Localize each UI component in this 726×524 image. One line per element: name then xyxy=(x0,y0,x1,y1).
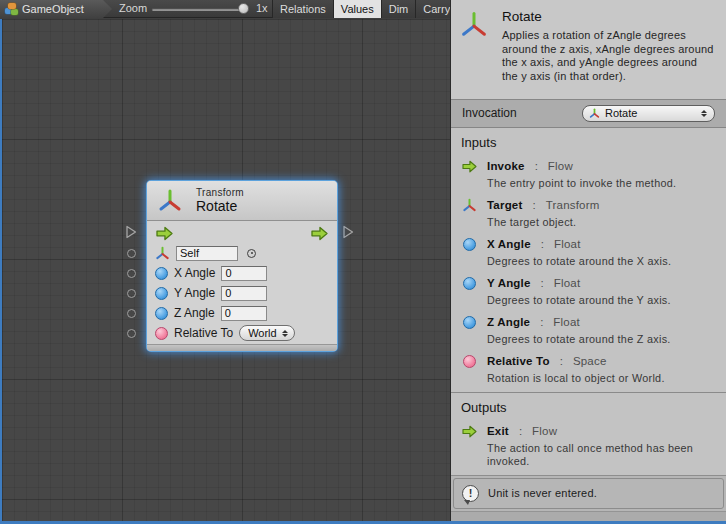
flow-arrow-icon xyxy=(461,425,478,438)
z-angle-label: Z Angle xyxy=(174,306,215,320)
transform-axes-icon xyxy=(157,188,183,214)
target-row: Self xyxy=(147,243,337,263)
flow-arrow-icon xyxy=(461,160,478,173)
input-entry-x-angle: X Angle : Float Degrees to rotate around… xyxy=(451,232,726,271)
relative-to-row: Relative To World xyxy=(147,323,337,343)
float-port-icon xyxy=(461,277,478,290)
relations-button[interactable]: Relations xyxy=(272,0,333,18)
external-zangle-port[interactable] xyxy=(127,309,136,318)
node-header[interactable]: Transform Rotate xyxy=(147,181,337,221)
invocation-value: Rotate xyxy=(605,107,696,119)
exit-flow-icon[interactable] xyxy=(310,226,329,241)
transform-axes-icon xyxy=(461,198,478,213)
flow-port-triangle-icon xyxy=(125,225,137,239)
y-angle-field[interactable]: 0 xyxy=(221,286,267,301)
invocation-label: Invocation xyxy=(462,106,517,120)
space-port-icon[interactable] xyxy=(155,327,168,340)
warning-strip: ! Unit is never entered. xyxy=(451,475,726,511)
dropdown-stepper-icon xyxy=(282,330,288,337)
warning-box: ! Unit is never entered. xyxy=(453,478,724,509)
float-port-icon[interactable] xyxy=(155,307,168,320)
transform-axes-icon xyxy=(589,108,600,119)
graph-canvas[interactable]: Transform Rotate xyxy=(0,19,450,521)
inputs-title: Inputs xyxy=(451,135,726,150)
output-entry-exit: Exit : Flow The action to call once meth… xyxy=(451,419,726,471)
warning-text: Unit is never entered. xyxy=(488,487,597,499)
external-flow-output-port[interactable] xyxy=(342,225,354,243)
space-port-icon xyxy=(461,355,478,368)
gameobject-icon xyxy=(5,3,18,16)
zoom-value: 1x xyxy=(256,2,268,14)
panel-title: Rotate xyxy=(502,9,714,24)
external-target-port[interactable] xyxy=(127,249,136,258)
panel-description: Applies a rotation of zAngle degrees aro… xyxy=(502,29,714,83)
y-angle-label: Y Angle xyxy=(174,286,215,300)
y-angle-row: Y Angle 0 xyxy=(147,283,337,303)
invocation-row: Invocation Rotate xyxy=(451,100,726,128)
float-port-icon xyxy=(461,238,478,251)
external-xangle-port[interactable] xyxy=(127,269,136,278)
flow-ports-row xyxy=(147,224,337,243)
relative-to-dropdown[interactable]: World xyxy=(239,325,295,341)
x-angle-field[interactable]: 0 xyxy=(221,266,267,281)
relative-to-value: World xyxy=(248,327,277,339)
dropdown-stepper-icon xyxy=(701,110,707,117)
node-title: Rotate xyxy=(196,198,244,214)
float-port-icon[interactable] xyxy=(155,287,168,300)
breadcrumb-gameobject[interactable]: GameObject xyxy=(0,0,112,18)
outputs-section: Outputs Exit : Flow The action to call o… xyxy=(451,393,726,475)
outputs-title: Outputs xyxy=(451,400,726,415)
input-entry-z-angle: Z Angle : Float Degrees to rotate around… xyxy=(451,310,726,349)
transform-axes-icon xyxy=(155,246,170,261)
x-angle-row: X Angle 0 xyxy=(147,263,337,283)
rotate-unit-node[interactable]: Transform Rotate xyxy=(147,181,337,351)
input-entry-y-angle: Y Angle : Float Degrees to rotate around… xyxy=(451,271,726,310)
object-picker-icon[interactable] xyxy=(247,249,256,258)
toolbar-buttons: Relations Values Dim Carry xyxy=(272,0,450,18)
zoom-slider-thumb[interactable] xyxy=(238,3,249,14)
breadcrumb-label: GameObject xyxy=(22,3,84,15)
relative-to-label: Relative To xyxy=(174,326,233,340)
target-self-field[interactable]: Self xyxy=(176,246,238,261)
inputs-section: Inputs Invoke : Flow The entry point to … xyxy=(451,128,726,392)
panel-bottom-strip xyxy=(451,511,726,521)
values-button[interactable]: Values xyxy=(333,0,381,18)
node-body: Self X Angle 0 Y Angle 0 Z Angle 0 Relat… xyxy=(147,221,337,343)
flow-port-triangle-icon xyxy=(342,225,354,239)
graph-toolbar: GameObject Zoom 1x Relations Values Dim … xyxy=(0,0,450,18)
input-entry-invoke: Invoke : Flow The entry point to invoke … xyxy=(451,154,726,193)
inspector-panel: Rotate Applies a rotation of zAngle degr… xyxy=(450,0,726,521)
transform-axes-icon xyxy=(459,9,489,41)
z-angle-row: Z Angle 0 xyxy=(147,303,337,323)
float-port-icon[interactable] xyxy=(155,267,168,280)
float-port-icon xyxy=(461,316,478,329)
node-footer xyxy=(147,344,337,351)
invoke-flow-icon[interactable] xyxy=(155,226,174,241)
input-entry-target: Target : Transform The target object. xyxy=(451,193,726,232)
input-entry-relative-to: Relative To : Space Rotation is local to… xyxy=(451,349,726,388)
panel-header: Rotate Applies a rotation of zAngle degr… xyxy=(451,0,726,100)
warning-bubble-icon: ! xyxy=(462,485,479,502)
dim-button[interactable]: Dim xyxy=(381,0,416,18)
external-yangle-port[interactable] xyxy=(127,289,136,298)
z-angle-field[interactable]: 0 xyxy=(221,306,267,321)
zoom-slider-track[interactable] xyxy=(152,8,248,11)
x-angle-label: X Angle xyxy=(174,266,215,280)
external-relativeto-port[interactable] xyxy=(127,329,136,338)
zoom-label: Zoom xyxy=(119,2,147,14)
invocation-dropdown[interactable]: Rotate xyxy=(582,105,715,122)
external-flow-input-port[interactable] xyxy=(125,225,137,243)
node-category: Transform xyxy=(196,187,244,198)
